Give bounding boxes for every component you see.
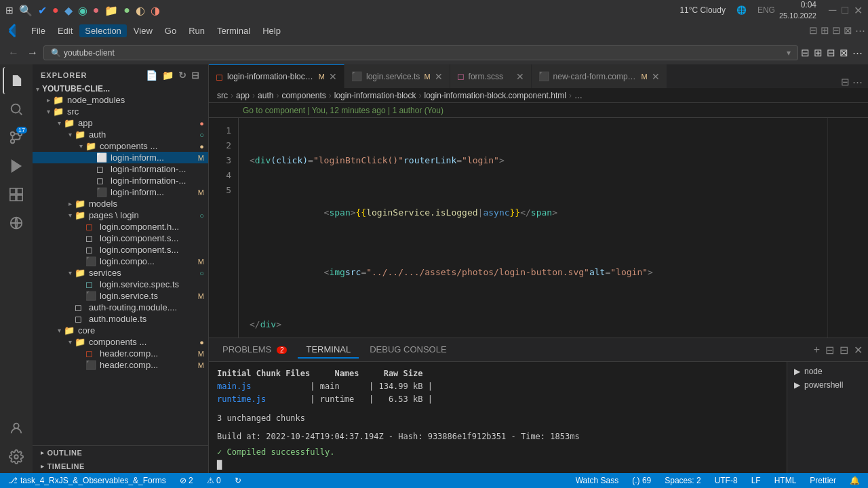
layout-icon-4[interactable]: ⊠ (844, 24, 852, 37)
tab-ts-close[interactable]: ✕ (435, 72, 443, 81)
status-notifications[interactable]: 🔔 (847, 476, 863, 485)
menu-terminal[interactable]: Terminal (212, 24, 256, 37)
add-terminal-icon[interactable]: + (814, 344, 820, 357)
tab-newcard[interactable]: ⬛ new-card-form.component.ts M ✕ (532, 64, 667, 88)
status-warnings[interactable]: ⚠ 0 (204, 476, 224, 485)
layout-split-icon[interactable]: ⊞ (814, 47, 823, 59)
tree-item-components[interactable]: ▾ 📁 components ... ● (33, 140, 208, 152)
tree-item-login-ts2[interactable]: ◻ login-information-... (33, 175, 208, 186)
tab-ts[interactable]: ⬛ login.service.ts M ✕ (344, 64, 450, 88)
tree-item-core[interactable]: ▾ 📁 core (33, 325, 208, 336)
tree-item-login-spec[interactable]: ◻ login.service.spec.ts (33, 279, 208, 290)
back-button[interactable]: ← (5, 45, 22, 60)
breadcrumb-login-block[interactable]: login-information-block (334, 91, 416, 100)
activity-accounts[interactable] (3, 415, 30, 442)
tree-item-services[interactable]: ▾ 📁 services ○ (33, 267, 208, 279)
layout-icon-3[interactable]: ⊟ (832, 24, 841, 37)
dropdown-icon[interactable]: ▾ (787, 48, 791, 58)
layout-icon-1[interactable]: ⊟ (809, 24, 818, 37)
status-errors[interactable]: ⊘ 2 (177, 476, 196, 485)
tab-scss[interactable]: ◻ form.scss ✕ (450, 64, 532, 88)
refresh-icon[interactable]: ↻ (178, 70, 187, 81)
menu-view[interactable]: View (128, 24, 158, 37)
menu-edit[interactable]: Edit (52, 24, 78, 37)
tree-item-auth[interactable]: ▾ 📁 auth ○ (33, 129, 208, 140)
activity-run[interactable] (3, 152, 30, 180)
tab-newcard-close[interactable]: ✕ (652, 72, 660, 81)
tree-item-login-ts1[interactable]: ◻ login-information-... (33, 163, 208, 175)
status-line-ending[interactable]: LF (749, 476, 764, 485)
breadcrumb-components[interactable]: components (281, 91, 326, 100)
status-ln-col[interactable]: (.) 69 (629, 476, 654, 485)
tree-item-auth-module[interactable]: ◻ auth.module.ts (33, 313, 208, 325)
maximize-button[interactable]: □ (842, 4, 848, 17)
tab-scss-close[interactable]: ✕ (516, 72, 524, 81)
windows-start-icon[interactable]: ⊞ (5, 5, 14, 16)
address-bar[interactable]: 🔍 youtube-client ▾ (43, 45, 798, 60)
tree-item-login-compo-m[interactable]: ⬛ login.compo... M (33, 256, 208, 267)
activity-extensions[interactable] (3, 181, 30, 208)
terminal-tab-node[interactable]: ▶ node (787, 365, 868, 378)
tree-item-app[interactable]: ▾ 📁 app ● (33, 117, 208, 129)
tree-item-login-scss[interactable]: ◻ login.component.s... (33, 244, 208, 256)
new-file-icon[interactable]: 📄 (146, 70, 158, 81)
menu-file[interactable]: File (26, 24, 51, 37)
terminal-tab-powershell[interactable]: ▶ powershell (787, 378, 868, 392)
layout-icon-2[interactable]: ⊞ (821, 24, 829, 37)
status-encoding[interactable]: UTF-8 (712, 476, 741, 485)
menu-selection[interactable]: Selection (79, 24, 126, 37)
breadcrumb-app[interactable]: app (236, 91, 250, 100)
minimize-button[interactable]: ─ (829, 4, 836, 17)
tab-close-button[interactable]: ✕ (329, 72, 337, 81)
collapse-icon[interactable]: ⊟ (191, 70, 200, 81)
settings-layout-icon[interactable]: ⊠ (840, 47, 848, 59)
breadcrumb-src[interactable]: src (217, 91, 228, 100)
tree-item-header-ts[interactable]: ⬛ header.comp... M (33, 359, 208, 371)
tree-root[interactable]: ▾ YOUTUBE-CLIE... (33, 83, 208, 94)
activity-git[interactable]: 17 (3, 124, 30, 151)
status-prettier[interactable]: Prettier (807, 476, 839, 485)
tree-item-src[interactable]: ▾ 📁 src (33, 106, 208, 117)
new-folder-icon[interactable]: 📁 (162, 70, 174, 81)
tree-item-header-html[interactable]: ◻ header.comp... M (33, 348, 208, 359)
status-watch-sass[interactable]: Watch Sass (573, 476, 622, 485)
outline-section[interactable]: ▸ OUTLINE (33, 446, 208, 460)
status-sync[interactable]: ↻ (232, 476, 244, 485)
terminal-content[interactable]: Initial Chunk Files Names Raw Size main.… (209, 362, 787, 473)
status-language[interactable]: HTML (772, 476, 800, 485)
activity-settings[interactable] (3, 443, 30, 470)
menu-run[interactable]: Run (183, 24, 210, 37)
split-editor-icon[interactable]: ⊟ (801, 47, 810, 59)
activity-remote[interactable] (3, 209, 30, 237)
panel-tab-terminal[interactable]: TERMINAL (298, 342, 359, 359)
status-branch[interactable]: ⎇ task_4_RxJS_&_Observables_&_Forms (5, 476, 169, 485)
close-panel-icon[interactable]: ✕ (854, 344, 863, 357)
activity-explorer[interactable] (3, 67, 30, 94)
close-button[interactable]: ✕ (854, 4, 863, 17)
panel-tab-problems[interactable]: PROBLEMS 2 (214, 342, 295, 359)
code-content[interactable]: <div (click)="loginBtnClick()" routerLin… (239, 118, 827, 338)
timeline-section[interactable]: ▸ TIMELINE (33, 460, 208, 473)
split-editor-action[interactable]: ⊟ (841, 76, 850, 88)
tree-item-auth-routing[interactable]: ◻ auth-routing.module.... (33, 302, 208, 313)
split-terminal-icon[interactable]: ⊟ (825, 344, 834, 357)
tree-item-login-service-ts[interactable]: ⬛ login.service.ts M (33, 290, 208, 302)
tree-item-login-cs[interactable]: ◻ login.component.s... (33, 232, 208, 244)
tree-item-components-core[interactable]: ▾ 📁 components ... ● (33, 336, 208, 348)
tree-item-login-html[interactable]: ⬜ login-inform... M (33, 152, 208, 163)
more-actions[interactable]: ⋯ (852, 76, 863, 88)
tree-item-models[interactable]: ▸ 📁 models (33, 198, 208, 209)
tree-item-pages-login[interactable]: ▾ 📁 pages \ login ○ (33, 209, 208, 221)
tree-item-login-ch[interactable]: ◻ login.component.h... (33, 221, 208, 232)
breadcrumb-auth[interactable]: auth (258, 91, 273, 100)
panel-tab-debug[interactable]: DEBUG CONSOLE (361, 342, 454, 359)
activity-search[interactable] (3, 96, 30, 123)
tree-item-node-modules[interactable]: ▸ 📁 node_modules (33, 94, 208, 106)
menu-help[interactable]: Help (257, 24, 286, 37)
maximize-panel-icon[interactable]: ⊟ (840, 344, 848, 357)
status-spaces[interactable]: Spaces: 2 (662, 476, 703, 485)
menu-go[interactable]: Go (159, 24, 182, 37)
panel-layout-icon[interactable]: ⊟ (827, 47, 835, 59)
forward-button[interactable]: → (24, 45, 41, 60)
tree-item-login-ts-m[interactable]: ⬛ login-inform... M (33, 186, 208, 198)
